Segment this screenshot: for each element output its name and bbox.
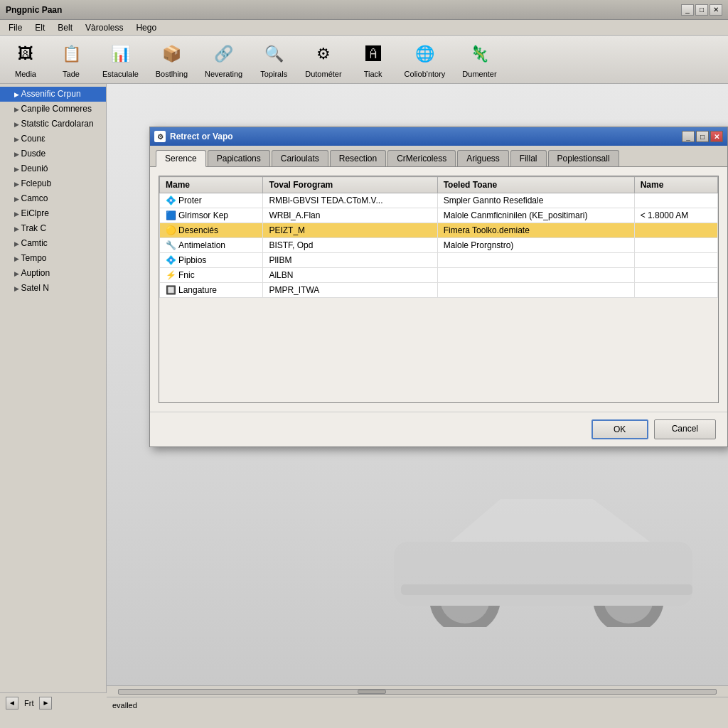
cell-name2-1: < 1.8000 AM [634, 208, 717, 223]
col-header-name[interactable]: Mame [160, 177, 263, 193]
dialog-footer: OK Cancel [150, 412, 727, 446]
table-row[interactable]: 💠Proter RMBl-GBVSI TEDA.CToM.V... Smpler… [160, 193, 718, 208]
menu-item-file[interactable]: File [3, 21, 28, 34]
tool-icon-7: 🅰 [360, 41, 386, 67]
menu-bar: File Elt Belt Vàrooless Hego [0, 20, 728, 36]
dialog-overlay: ⚙ Retrect or Vapo _ □ ✕ Serence Papicati… [107, 84, 728, 712]
row-icon-3: 🔧 [166, 240, 176, 250]
tab-poplestionsall[interactable]: Poplestionsall [548, 150, 619, 166]
table-row[interactable]: 🟦Glrimsor Kep WRBl_A.Flan Malole Canmfic… [160, 208, 718, 223]
tool-icon-6: ⚙ [311, 41, 336, 67]
tool-icon-0: 🖼 [13, 41, 38, 67]
tab-carioulats[interactable]: Carioulats [272, 150, 328, 166]
toolbar: 🖼Media📋Tade📊Estaculale📦Bostlhing🔗Neverat… [0, 36, 728, 84]
content-area: ⚙ Retrect or Vapo _ □ ✕ Serence Papicati… [107, 84, 728, 712]
sidebar-item-canpile[interactable]: Canpile Comneres [0, 102, 106, 117]
cell-name-3: 🔧Antimelation [160, 238, 263, 253]
tab-crmericoless[interactable]: CrMericoless [387, 150, 456, 166]
toolbar-btn-bostlhing[interactable]: 📦Bostlhing [150, 38, 193, 81]
nav-label: Frt [21, 699, 36, 707]
sidebar: Assenific Crpun Canpile Comneres Statsti… [0, 84, 107, 712]
col-header-total-prog[interactable]: Toval Forogram [263, 177, 437, 193]
toolbar-btn-tiack[interactable]: 🅰Tiack [353, 38, 393, 81]
sidebar-item-deunio[interactable]: Deunió [0, 161, 106, 176]
cell-prog-1: WRBl_A.Flan [263, 208, 437, 223]
toolbar-btn-neverating[interactable]: 🔗Neverating [199, 38, 248, 81]
cell-name-0: 💠Proter [160, 193, 263, 208]
cell-name-4: 💠Pipbios [160, 253, 263, 268]
sidebar-item-statstic[interactable]: Statstic Cardolaran [0, 117, 106, 132]
menu-item-elt[interactable]: Elt [29, 21, 50, 34]
table-row[interactable]: 🟡Desenciés PEIZT_M Fimera Toolko.demiate [160, 223, 718, 238]
scrollbar-track[interactable] [118, 689, 717, 695]
cell-name-6: 🔲Langature [160, 283, 263, 298]
dialog-close-button[interactable]: ✕ [710, 131, 723, 142]
cell-prog-6: PMPR_ITWA [263, 283, 437, 298]
data-table: Mame Toval Forogram Toeled Toane Name 💠P… [159, 176, 718, 298]
dialog-maximize-button[interactable]: □ [696, 131, 709, 142]
tab-resection[interactable]: Resection [330, 150, 386, 166]
tab-ariguess[interactable]: Ariguess [457, 150, 509, 166]
tab-fillal[interactable]: Fillal [510, 150, 547, 166]
sidebar-item-auption[interactable]: Auption [0, 266, 106, 281]
cancel-button[interactable]: Cancel [654, 419, 716, 439]
tool-label-0: Media [15, 70, 36, 78]
toolbar-btn-dutométer[interactable]: ⚙Dutométer [299, 38, 347, 81]
table-row[interactable]: 🔲Langature PMPR_ITWA [160, 283, 718, 298]
close-button[interactable]: ✕ [710, 4, 722, 16]
menu-item-belt[interactable]: Belt [52, 21, 78, 34]
toolbar-btn-dumenter[interactable]: 🦎Dumenter [456, 38, 502, 81]
cell-name2-5 [634, 268, 717, 283]
tab-papications[interactable]: Papications [208, 150, 270, 166]
tool-icon-1: 📋 [58, 41, 84, 67]
app-title: Pngpnic Paan [6, 5, 681, 15]
toolbar-btn-coliob'ntory[interactable]: 🌐Coliob'ntory [399, 38, 451, 81]
menu-item-hego[interactable]: Hego [130, 21, 162, 34]
minimize-button[interactable]: _ [681, 4, 694, 16]
menu-item-varooless[interactable]: Vàrooless [80, 21, 129, 34]
sidebar-item-trak[interactable]: Trak C [0, 221, 106, 236]
cell-toane-3: Malole Prorgnstro) [437, 238, 634, 253]
toolbar-btn-media[interactable]: 🖼Media [6, 38, 46, 81]
sidebar-item-assenific[interactable]: Assenific Crpun [0, 87, 106, 102]
dialog-minimize-button[interactable]: _ [682, 131, 695, 142]
dialog-title: Retrect or Vapo [170, 132, 682, 141]
tab-serence[interactable]: Serence [156, 150, 206, 167]
tool-label-5: Topirals [260, 70, 287, 78]
col-header-name2[interactable]: Name [634, 177, 717, 193]
tool-label-9: Dumenter [462, 70, 496, 78]
tool-icon-5: 🔍 [261, 41, 287, 67]
col-header-total-toane[interactable]: Toeled Toane [437, 177, 634, 193]
cell-prog-5: AlLBN [263, 268, 437, 283]
table-row[interactable]: 💠Pipbios PlIBM [160, 253, 718, 268]
table-row[interactable]: ⚡Fnic AlLBN [160, 268, 718, 283]
maximize-button[interactable]: □ [695, 4, 708, 16]
cell-prog-0: RMBl-GBVSI TEDA.CToM.V... [263, 193, 437, 208]
cell-toane-5 [437, 268, 634, 283]
sidebar-item-tempo[interactable]: Tempo [0, 251, 106, 266]
ok-button[interactable]: OK [592, 419, 648, 439]
tool-icon-4: 🔗 [211, 41, 237, 67]
sidebar-item-coune[interactable]: Counε [0, 132, 106, 146]
toolbar-btn-estaculale[interactable]: 📊Estaculale [97, 38, 144, 81]
table-row[interactable]: 🔧Antimelation BISTF, Opd Malole Prorgnst… [160, 238, 718, 253]
toolbar-btn-tade[interactable]: 📋Tade [51, 38, 91, 81]
tool-icon-2: 📊 [107, 41, 133, 67]
horizontal-scrollbar[interactable] [107, 685, 728, 697]
nav-next-button[interactable]: ► [39, 697, 52, 710]
status-text: evalled [112, 701, 137, 710]
dialog-icon: ⚙ [154, 131, 166, 142]
sidebar-item-camtic[interactable]: Camtic [0, 236, 106, 251]
sidebar-item-dusde[interactable]: Dusde [0, 146, 106, 161]
sidebar-item-satel[interactable]: Satel N [0, 281, 106, 296]
tool-label-4: Neverating [205, 70, 242, 78]
sidebar-item-camco[interactable]: Camco [0, 191, 106, 206]
sidebar-item-eiclpre[interactable]: EiClpre [0, 206, 106, 221]
scrollbar-thumb[interactable] [358, 690, 386, 694]
table-scroll-container[interactable]: Mame Toval Forogram Toeled Toane Name 💠P… [159, 176, 719, 403]
tool-label-8: Coliob'ntory [405, 70, 446, 78]
sidebar-item-fclepub[interactable]: Fclepub [0, 176, 106, 191]
nav-prev-button[interactable]: ◄ [6, 697, 18, 710]
dialog-title-bar: ⚙ Retrect or Vapo _ □ ✕ [150, 127, 727, 146]
toolbar-btn-topirals[interactable]: 🔍Topirals [254, 38, 294, 81]
